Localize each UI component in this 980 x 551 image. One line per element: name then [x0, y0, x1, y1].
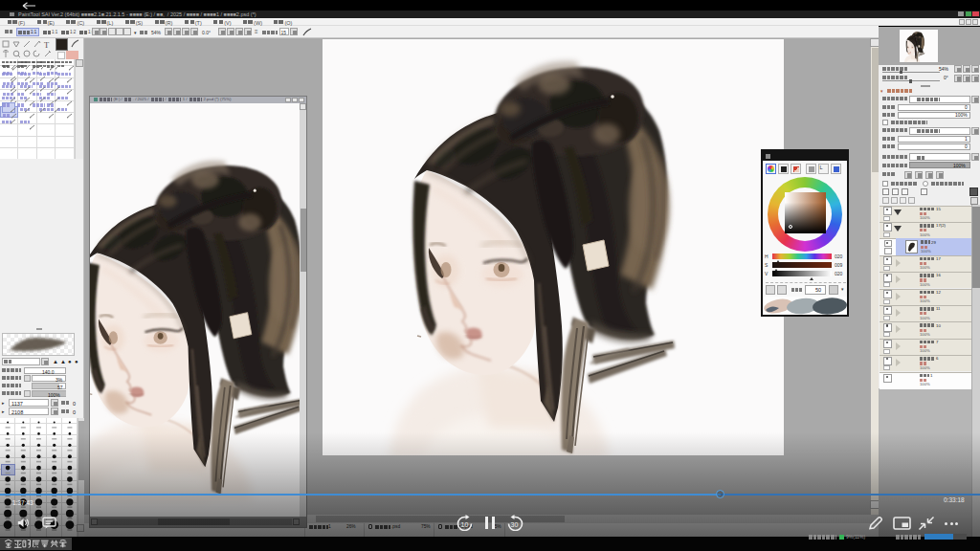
svg-text:10: 10 — [461, 521, 469, 528]
svg-text:30: 30 — [511, 521, 519, 528]
svg-text:T: T — [44, 40, 50, 50]
